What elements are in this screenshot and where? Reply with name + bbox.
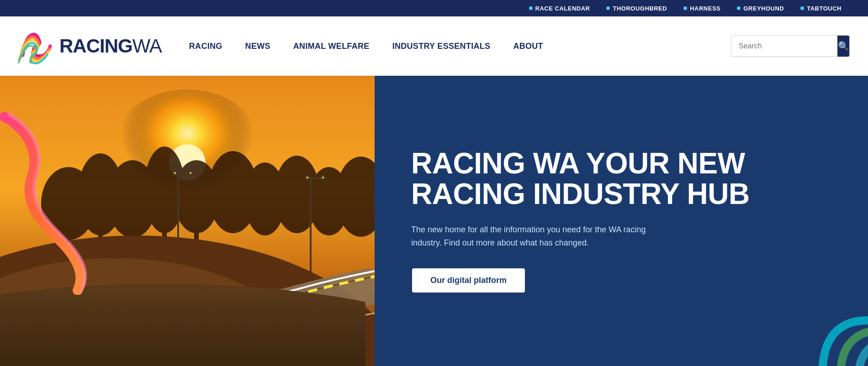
site-header: RACINGWA RACING NEWS ANIMAL WELFARE INDU… xyxy=(0,16,868,76)
dot-icon xyxy=(606,6,610,10)
dot-icon xyxy=(683,6,687,10)
top-bar-thoroughbred[interactable]: THOROUGHBRED xyxy=(598,5,675,12)
hero-section: RACING WA YOUR NEW RACING INDUSTRY HUB T… xyxy=(0,76,868,366)
svg-point-21 xyxy=(189,171,192,175)
nav-animal-welfare[interactable]: ANIMAL WELFARE xyxy=(293,42,370,51)
dot-icon xyxy=(800,6,804,10)
ribbon-decoration xyxy=(0,112,123,295)
svg-point-25 xyxy=(321,176,325,179)
hero-cta-button[interactable]: Our digital platform xyxy=(411,267,526,293)
top-bar: RACE CALENDAR THOROUGHBRED HARNESS GREYH… xyxy=(0,0,868,16)
nav-news[interactable]: NEWS xyxy=(245,42,270,51)
main-nav: RACING NEWS ANIMAL WELFARE INDUSTRY ESSE… xyxy=(189,42,731,51)
search-button[interactable]: 🔍 xyxy=(837,36,849,57)
nav-racing[interactable]: RACING xyxy=(189,42,222,51)
search-icon: 🔍 xyxy=(838,41,849,52)
arch-decoration xyxy=(740,284,868,366)
search-area: 🔍 xyxy=(731,35,850,57)
hero-heading: RACING WA YOUR NEW RACING INDUSTRY HUB xyxy=(411,148,831,209)
hero-content-panel: RACING WA YOUR NEW RACING INDUSTRY HUB T… xyxy=(375,76,868,366)
logo-link[interactable]: RACINGWA xyxy=(18,28,162,64)
logo-text: RACINGWA xyxy=(59,35,162,57)
dot-icon xyxy=(529,6,533,10)
top-bar-race-calendar[interactable]: RACE CALENDAR xyxy=(521,5,598,12)
racing-wa-logo-icon xyxy=(18,28,55,64)
top-bar-tabtouch[interactable]: TABTOUCH xyxy=(792,5,850,12)
top-bar-greyhound[interactable]: GREYHOUND xyxy=(729,5,792,12)
svg-point-20 xyxy=(173,171,177,175)
hero-subtext: The new home for all the information you… xyxy=(411,223,676,250)
search-input[interactable] xyxy=(731,36,837,57)
top-bar-harness[interactable]: HARNESS xyxy=(675,5,729,12)
nav-about[interactable]: ABOUT xyxy=(513,42,543,51)
svg-point-24 xyxy=(306,176,309,179)
nav-industry-essentials[interactable]: INDUSTRY ESSENTIALS xyxy=(392,42,491,51)
dot-icon xyxy=(737,6,741,10)
hero-image xyxy=(0,76,375,366)
top-bar-links: RACE CALENDAR THOROUGHBRED HARNESS GREYH… xyxy=(521,5,850,12)
svg-point-28 xyxy=(23,304,160,359)
